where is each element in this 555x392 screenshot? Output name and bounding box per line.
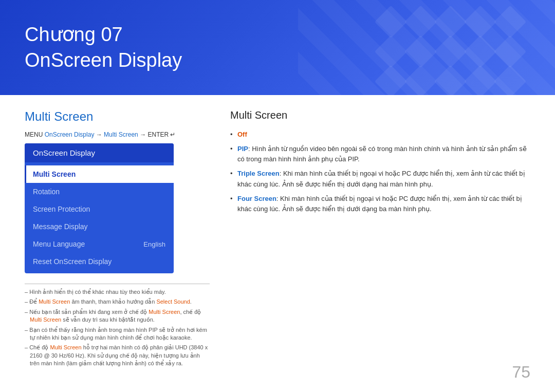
bullet-four-screen: Four Screen: Khi màn hình của thiết bị n… — [230, 194, 530, 214]
menu-path-item1: OnScreen Display — [45, 131, 95, 138]
menu-item-multi-screen[interactable]: Multi Screen — [25, 165, 174, 183]
left-column: Multi Screen MENU OnScreen Display → Mul… — [25, 109, 210, 370]
osd-menu-items: Multi Screen Rotation Screen Protection … — [25, 162, 174, 273]
right-column: Multi Screen Off PIP: Hình ảnh từ nguồn … — [230, 109, 530, 370]
menu-path: MENU OnScreen Display → Multi Screen → E… — [25, 131, 210, 138]
bullet-triple-screen: Triple Screen: Khi màn hình của thiết bị… — [230, 169, 530, 189]
menu-item-rotation[interactable]: Rotation — [25, 183, 174, 200]
menu-item-menu-language[interactable]: Menu Language English — [25, 235, 174, 253]
menu-item-reset-onscreen[interactable]: Reset OnScreen Display — [25, 253, 174, 270]
footnote-5: – Chế độ Multi Screen hỗ trợ hai màn hìn… — [25, 344, 210, 367]
left-section-title: Multi Screen — [25, 109, 210, 124]
menu-item-message-display[interactable]: Message Display — [25, 218, 174, 235]
bullet-pip: PIP: Hình ảnh từ nguồn video bên ngoài s… — [230, 144, 530, 164]
menu-path-prefix: MENU — [25, 131, 45, 138]
header-banner: Chương 07 OnScreen Display — [0, 0, 555, 95]
footnote-4: – Bạn có thể thấy rằng hình ảnh trong mà… — [25, 326, 210, 342]
osd-menu-box: OnScreen Display Multi Screen Rotation S… — [25, 143, 174, 273]
header-title: Chương 07 OnScreen Display — [25, 22, 182, 73]
footnote-3: – Nếu bạn tắt sản phẩm khi đang xem ở ch… — [25, 308, 210, 324]
osd-menu-header: OnScreen Display — [25, 143, 174, 162]
decorative-diamonds — [379, 10, 524, 95]
footnote-1: – Hình ảnh hiển thị có thể khác nhau tùy… — [25, 288, 210, 296]
bullet-list: Off PIP: Hình ảnh từ nguồn video bên ngo… — [230, 129, 530, 214]
menu-item-screen-protection[interactable]: Screen Protection — [25, 200, 174, 218]
page-number: 75 — [512, 363, 530, 382]
menu-path-item2: Multi Screen — [104, 131, 138, 138]
right-section-title: Multi Screen — [230, 109, 530, 121]
bullet-off: Off — [230, 129, 530, 140]
footnotes: – Hình ảnh hiển thị có thể khác nhau tùy… — [25, 284, 210, 368]
main-content: Multi Screen MENU OnScreen Display → Mul… — [0, 95, 555, 370]
footnote-2: – Để Multi Screen âm thanh, tham khảo hư… — [25, 298, 210, 306]
